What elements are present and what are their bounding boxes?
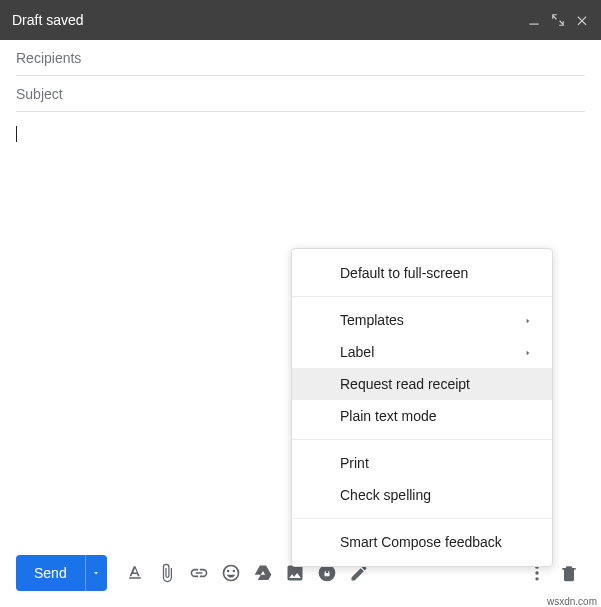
send-button[interactable]: Send: [16, 555, 85, 591]
menu-plain-text[interactable]: Plain text mode: [292, 400, 552, 432]
header-fields: [0, 40, 601, 112]
menu-label: Print: [340, 455, 369, 471]
menu-label: Plain text mode: [340, 408, 437, 424]
close-icon[interactable]: [575, 13, 589, 27]
minimize-icon[interactable]: [527, 13, 541, 27]
compose-header: Draft saved: [0, 0, 601, 40]
link-icon[interactable]: [183, 557, 215, 589]
menu-label: Default to full-screen: [340, 265, 468, 281]
recipients-field[interactable]: [16, 40, 585, 76]
chevron-right-icon: [524, 344, 532, 360]
svg-point-2: [535, 571, 538, 574]
svg-point-3: [535, 577, 538, 580]
menu-label: Label: [340, 344, 374, 360]
emoji-icon[interactable]: [215, 557, 247, 589]
menu-print[interactable]: Print: [292, 447, 552, 479]
menu-label: Check spelling: [340, 487, 431, 503]
menu-smart-compose[interactable]: Smart Compose feedback: [292, 526, 552, 558]
header-title: Draft saved: [12, 12, 527, 28]
menu-label: Request read receipt: [340, 376, 470, 392]
svg-rect-0: [529, 24, 538, 25]
send-group: Send: [16, 555, 107, 591]
menu-divider: [292, 296, 552, 297]
menu-templates[interactable]: Templates: [292, 304, 552, 336]
menu-label-item[interactable]: Label: [292, 336, 552, 368]
formatting-icon[interactable]: [119, 557, 151, 589]
text-cursor: [16, 126, 17, 142]
send-options-button[interactable]: [85, 555, 107, 591]
menu-label: Smart Compose feedback: [340, 534, 502, 550]
menu-label: Templates: [340, 312, 404, 328]
menu-request-read-receipt[interactable]: Request read receipt: [292, 368, 552, 400]
trash-icon[interactable]: [553, 557, 585, 589]
menu-divider: [292, 518, 552, 519]
watermark: wsxdn.com: [545, 596, 599, 607]
chevron-right-icon: [524, 312, 532, 328]
window-controls: [527, 13, 589, 27]
subject-field[interactable]: [16, 76, 585, 112]
recipients-input[interactable]: [16, 50, 585, 66]
menu-default-fullscreen[interactable]: Default to full-screen: [292, 257, 552, 289]
fullscreen-icon[interactable]: [551, 13, 565, 27]
more-options-menu: Default to full-screen Templates Label R…: [291, 248, 553, 567]
attach-icon[interactable]: [151, 557, 183, 589]
menu-check-spelling[interactable]: Check spelling: [292, 479, 552, 511]
drive-icon[interactable]: [247, 557, 279, 589]
menu-divider: [292, 439, 552, 440]
subject-input[interactable]: [16, 86, 585, 102]
